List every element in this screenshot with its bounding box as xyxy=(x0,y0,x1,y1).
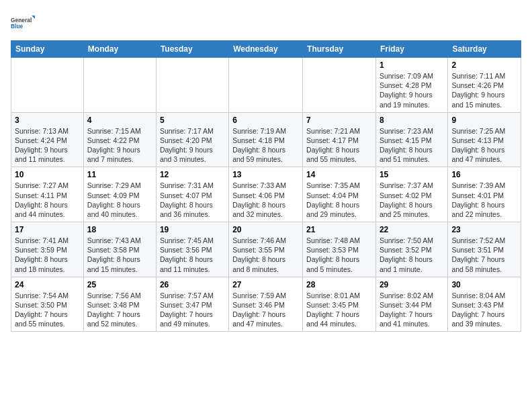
day-info: Sunrise: 7:43 AM Sunset: 3:58 PM Dayligh… xyxy=(87,236,152,274)
day-info: Sunrise: 7:41 AM Sunset: 3:59 PM Dayligh… xyxy=(15,236,80,274)
week-row-3: 10Sunrise: 7:27 AM Sunset: 4:11 PM Dayli… xyxy=(11,167,521,222)
weekday-header-row: SundayMondayTuesdayWednesdayThursdayFrid… xyxy=(11,41,521,58)
day-number: 25 xyxy=(87,280,152,289)
day-info: Sunrise: 8:02 AM Sunset: 3:44 PM Dayligh… xyxy=(380,291,444,329)
calendar-cell: 9Sunrise: 7:25 AM Sunset: 4:13 PM Daylig… xyxy=(448,112,521,167)
svg-marker-2 xyxy=(32,15,35,19)
weekday-header-saturday: Saturday xyxy=(448,41,521,58)
day-info: Sunrise: 7:39 AM Sunset: 4:01 PM Dayligh… xyxy=(451,181,517,219)
day-info: Sunrise: 7:35 AM Sunset: 4:04 PM Dayligh… xyxy=(306,181,372,219)
day-info: Sunrise: 7:23 AM Sunset: 4:15 PM Dayligh… xyxy=(380,126,444,165)
calendar-cell: 3Sunrise: 7:13 AM Sunset: 4:24 PM Daylig… xyxy=(11,112,84,167)
day-number: 14 xyxy=(306,170,372,179)
day-number: 10 xyxy=(15,170,80,179)
day-number: 11 xyxy=(87,170,152,179)
day-info: Sunrise: 7:21 AM Sunset: 4:17 PM Dayligh… xyxy=(306,126,372,165)
day-number: 24 xyxy=(15,280,80,289)
day-number: 17 xyxy=(15,225,80,234)
day-info: Sunrise: 7:50 AM Sunset: 3:52 PM Dayligh… xyxy=(380,236,444,274)
day-number: 16 xyxy=(451,170,517,179)
day-number: 30 xyxy=(451,280,517,289)
day-info: Sunrise: 7:09 AM Sunset: 4:28 PM Dayligh… xyxy=(380,71,444,109)
weekday-header-tuesday: Tuesday xyxy=(156,41,228,58)
day-number: 15 xyxy=(380,170,444,179)
day-info: Sunrise: 7:19 AM Sunset: 4:18 PM Dayligh… xyxy=(232,126,299,165)
day-info: Sunrise: 7:59 AM Sunset: 3:46 PM Dayligh… xyxy=(232,291,299,329)
day-number: 26 xyxy=(160,280,225,289)
calendar-cell: 30Sunrise: 8:04 AM Sunset: 3:43 PM Dayli… xyxy=(448,277,521,332)
calendar-cell: 4Sunrise: 7:15 AM Sunset: 4:22 PM Daylig… xyxy=(83,112,156,167)
day-number: 8 xyxy=(380,116,444,125)
day-number: 23 xyxy=(451,225,517,234)
day-number: 12 xyxy=(160,170,225,179)
day-info: Sunrise: 7:37 AM Sunset: 4:02 PM Dayligh… xyxy=(380,181,444,219)
calendar-cell: 11Sunrise: 7:29 AM Sunset: 4:09 PM Dayli… xyxy=(83,167,156,222)
calendar-cell: 27Sunrise: 7:59 AM Sunset: 3:46 PM Dayli… xyxy=(229,277,303,332)
calendar-cell: 13Sunrise: 7:33 AM Sunset: 4:06 PM Dayli… xyxy=(229,167,303,222)
weekday-header-thursday: Thursday xyxy=(303,41,376,58)
day-info: Sunrise: 7:27 AM Sunset: 4:11 PM Dayligh… xyxy=(15,181,80,219)
weekday-header-sunday: Sunday xyxy=(11,41,84,58)
calendar-cell xyxy=(229,58,303,113)
calendar-cell: 21Sunrise: 7:48 AM Sunset: 3:53 PM Dayli… xyxy=(303,222,376,277)
day-number: 3 xyxy=(15,116,80,125)
day-number: 6 xyxy=(232,116,299,125)
svg-text:General: General xyxy=(11,17,32,24)
calendar-cell xyxy=(156,58,228,113)
day-info: Sunrise: 7:57 AM Sunset: 3:47 PM Dayligh… xyxy=(160,291,225,329)
day-info: Sunrise: 7:46 AM Sunset: 3:55 PM Dayligh… xyxy=(232,236,299,274)
day-info: Sunrise: 7:45 AM Sunset: 3:56 PM Dayligh… xyxy=(160,236,225,274)
day-info: Sunrise: 8:04 AM Sunset: 3:43 PM Dayligh… xyxy=(451,291,517,329)
calendar-cell: 28Sunrise: 8:01 AM Sunset: 3:45 PM Dayli… xyxy=(303,277,376,332)
day-number: 29 xyxy=(380,280,444,289)
day-info: Sunrise: 7:11 AM Sunset: 4:26 PM Dayligh… xyxy=(451,71,517,109)
day-info: Sunrise: 7:33 AM Sunset: 4:06 PM Dayligh… xyxy=(232,181,299,219)
calendar-cell: 23Sunrise: 7:52 AM Sunset: 3:51 PM Dayli… xyxy=(448,222,521,277)
day-number: 2 xyxy=(451,60,517,70)
calendar-cell: 1Sunrise: 7:09 AM Sunset: 4:28 PM Daylig… xyxy=(375,58,447,113)
day-number: 21 xyxy=(306,225,372,234)
weekday-header-wednesday: Wednesday xyxy=(229,41,303,58)
calendar-cell: 29Sunrise: 8:02 AM Sunset: 3:44 PM Dayli… xyxy=(375,277,447,332)
day-number: 1 xyxy=(380,60,444,70)
day-number: 5 xyxy=(160,116,225,125)
day-number: 28 xyxy=(306,280,372,289)
day-info: Sunrise: 7:31 AM Sunset: 4:07 PM Dayligh… xyxy=(160,181,225,219)
calendar-cell: 2Sunrise: 7:11 AM Sunset: 4:26 PM Daylig… xyxy=(448,58,521,113)
day-number: 9 xyxy=(451,116,517,125)
day-number: 22 xyxy=(380,225,444,234)
day-info: Sunrise: 7:54 AM Sunset: 3:50 PM Dayligh… xyxy=(15,291,80,329)
day-number: 20 xyxy=(232,225,299,234)
calendar-cell: 17Sunrise: 7:41 AM Sunset: 3:59 PM Dayli… xyxy=(11,222,84,277)
calendar-cell: 5Sunrise: 7:17 AM Sunset: 4:20 PM Daylig… xyxy=(156,112,228,167)
calendar-cell: 6Sunrise: 7:19 AM Sunset: 4:18 PM Daylig… xyxy=(229,112,303,167)
day-number: 4 xyxy=(87,116,152,125)
calendar-cell xyxy=(83,58,156,113)
weekday-header-friday: Friday xyxy=(375,41,447,58)
day-info: Sunrise: 7:29 AM Sunset: 4:09 PM Dayligh… xyxy=(87,181,152,219)
week-row-4: 17Sunrise: 7:41 AM Sunset: 3:59 PM Dayli… xyxy=(11,222,521,277)
weekday-header-monday: Monday xyxy=(83,41,156,58)
day-number: 18 xyxy=(87,225,152,234)
calendar-cell xyxy=(303,58,376,113)
calendar-cell: 25Sunrise: 7:56 AM Sunset: 3:48 PM Dayli… xyxy=(83,277,156,332)
day-info: Sunrise: 7:52 AM Sunset: 3:51 PM Dayligh… xyxy=(451,236,517,274)
calendar-cell: 10Sunrise: 7:27 AM Sunset: 4:11 PM Dayli… xyxy=(11,167,84,222)
week-row-1: 1Sunrise: 7:09 AM Sunset: 4:28 PM Daylig… xyxy=(11,58,521,113)
day-info: Sunrise: 7:56 AM Sunset: 3:48 PM Dayligh… xyxy=(87,291,152,329)
calendar-cell: 19Sunrise: 7:45 AM Sunset: 3:56 PM Dayli… xyxy=(156,222,228,277)
calendar-cell: 8Sunrise: 7:23 AM Sunset: 4:15 PM Daylig… xyxy=(375,112,447,167)
calendar-cell: 12Sunrise: 7:31 AM Sunset: 4:07 PM Dayli… xyxy=(156,167,228,222)
calendar-cell: 15Sunrise: 7:37 AM Sunset: 4:02 PM Dayli… xyxy=(375,167,447,222)
day-info: Sunrise: 8:01 AM Sunset: 3:45 PM Dayligh… xyxy=(306,291,372,329)
day-info: Sunrise: 7:15 AM Sunset: 4:22 PM Dayligh… xyxy=(87,126,152,165)
week-row-5: 24Sunrise: 7:54 AM Sunset: 3:50 PM Dayli… xyxy=(11,277,521,332)
day-number: 27 xyxy=(232,280,299,289)
calendar: SundayMondayTuesdayWednesdayThursdayFrid… xyxy=(11,40,521,332)
calendar-cell: 26Sunrise: 7:57 AM Sunset: 3:47 PM Dayli… xyxy=(156,277,228,332)
calendar-cell: 14Sunrise: 7:35 AM Sunset: 4:04 PM Dayli… xyxy=(303,167,376,222)
calendar-cell: 7Sunrise: 7:21 AM Sunset: 4:17 PM Daylig… xyxy=(303,112,376,167)
calendar-cell: 24Sunrise: 7:54 AM Sunset: 3:50 PM Dayli… xyxy=(11,277,84,332)
logo: General Blue xyxy=(11,11,35,35)
calendar-cell xyxy=(11,58,84,113)
